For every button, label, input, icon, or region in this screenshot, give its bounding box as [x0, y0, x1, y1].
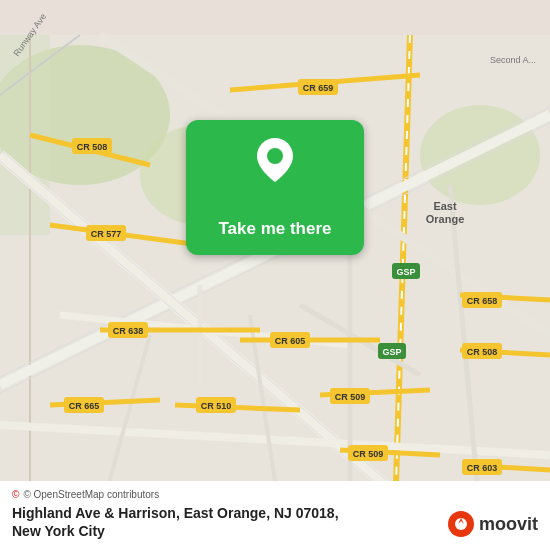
- address-line1: Highland Ave & Harrison, East Orange, NJ…: [12, 505, 339, 521]
- svg-text:CR 658: CR 658: [467, 296, 498, 306]
- svg-text:CR 508: CR 508: [77, 142, 108, 152]
- svg-text:East: East: [433, 200, 457, 212]
- svg-text:CR 577: CR 577: [91, 229, 122, 239]
- map-background: CR 508 CR 577 CR 659 CR 638 CR 605 CR 66…: [0, 0, 550, 550]
- svg-text:CR 605: CR 605: [275, 336, 306, 346]
- svg-text:CR 509: CR 509: [335, 392, 366, 402]
- moovit-text: moovit: [479, 514, 538, 535]
- svg-text:Second A...: Second A...: [490, 55, 536, 65]
- svg-text:GSP: GSP: [396, 267, 415, 277]
- take-me-there-label: Take me there: [218, 219, 331, 239]
- map-attribution: © © OpenStreetMap contributors: [12, 489, 538, 500]
- svg-text:Orange: Orange: [426, 213, 465, 225]
- svg-text:CR 659: CR 659: [303, 83, 334, 93]
- osm-logo: ©: [12, 489, 19, 500]
- svg-text:CR 509: CR 509: [353, 449, 384, 459]
- svg-text:GSP: GSP: [382, 347, 401, 357]
- location-pin-icon: [257, 138, 293, 185]
- address-line2: New York City: [12, 523, 105, 539]
- attribution-text: © OpenStreetMap contributors: [23, 489, 159, 500]
- svg-text:CR 665: CR 665: [69, 401, 100, 411]
- moovit-logo: moovit: [447, 510, 538, 538]
- svg-text:CR 603: CR 603: [467, 463, 498, 473]
- map-container: CR 508 CR 577 CR 659 CR 638 CR 605 CR 66…: [0, 0, 550, 550]
- svg-text:CR 638: CR 638: [113, 326, 144, 336]
- take-me-there-button[interactable]: Take me there: [186, 120, 364, 255]
- svg-rect-4: [0, 35, 50, 235]
- moovit-icon: [447, 510, 475, 538]
- svg-text:CR 508: CR 508: [467, 347, 498, 357]
- svg-text:CR 510: CR 510: [201, 401, 232, 411]
- svg-point-70: [267, 148, 283, 164]
- svg-point-3: [420, 105, 540, 205]
